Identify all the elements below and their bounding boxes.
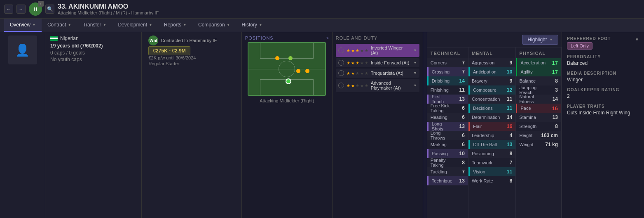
player-subtitle: Attacking Midfielder (Right) / M (R) - H… <box>58 10 159 15</box>
role-row-3[interactable]: i ★★★★★ Trequartista (At) ▼ <box>336 69 419 78</box>
role-name-3: Trequartista (At) <box>371 71 411 76</box>
player-wage: €2K p/w until 30/6/2024 <box>148 55 234 60</box>
logo-expand[interactable]: ↕ <box>38 1 44 7</box>
position-dot-1 <box>275 56 279 60</box>
mental-column: MENTAL Aggression 9 Anticipation 10 Brav… <box>468 47 516 218</box>
flag-icon <box>50 36 58 41</box>
role-stars-4: ★★★★★ <box>347 83 368 88</box>
forward-button[interactable]: → <box>16 5 26 14</box>
stat-decisions: Decisions 11 <box>468 104 516 113</box>
stat-composure: Composure 12 <box>468 85 516 95</box>
back-button[interactable]: ← <box>4 5 13 14</box>
roles-title: ROLE AND DUTY <box>336 36 419 40</box>
avatar: 👤 <box>8 36 37 64</box>
stat-finishing: Finishing 11 <box>427 85 468 95</box>
pitch-diagram <box>248 42 326 96</box>
nationality: Nigerian <box>60 36 79 41</box>
stat-aggression: Aggression 9 <box>468 58 516 67</box>
positions-label[interactable]: POSITIONS <box>245 36 274 40</box>
menu-comparison[interactable]: Comparison ▼ <box>192 19 236 32</box>
team-logo: H ↕ <box>29 2 42 16</box>
stat-bravery: Bravery 9 <box>468 76 516 85</box>
stat-technique: Technique 13 <box>427 176 468 185</box>
role-name-1: Inverted Winger (At) <box>371 45 411 55</box>
stat-off-the-ball: Off The Ball 13 <box>468 140 516 149</box>
player-age: 19 years old (7/6/2002) <box>50 43 136 49</box>
role-row-4[interactable]: i ★★★★★ Advanced Playmaker (At) ▼ <box>336 79 419 92</box>
menu-development[interactable]: Development ▼ <box>112 19 158 32</box>
stat-weight: Weight 71 kg <box>516 140 561 149</box>
position-label: Attacking Midfielder (Right) <box>245 98 329 103</box>
stat-natural-fitness: Natural Fitness 14 <box>516 95 561 104</box>
stat-work-rate: Work Rate 8 <box>468 176 516 185</box>
media-value: Winger <box>567 77 639 83</box>
role-row-2[interactable]: i ★★★★★ Inside Forward (At) ▼ <box>336 58 419 67</box>
stat-flair: Flair 16 <box>468 122 516 131</box>
preferred-foot-section: PREFERRED FOOT ▼ Left Only <box>567 36 639 50</box>
role-info-1[interactable]: i <box>338 47 344 53</box>
role-info-4[interactable]: i <box>338 83 344 88</box>
sidebar-info: PREFERRED FOOT ▼ Left Only PERSONALITY B… <box>562 32 644 218</box>
player-status: Regular Starter <box>148 61 234 66</box>
stat-stamina: Stamina 13 <box>516 113 561 122</box>
highlight-button[interactable]: Highlight ▼ <box>522 35 558 45</box>
contract-club: Contracted to Hammarby IF <box>161 38 217 43</box>
role-expand-2[interactable]: ▼ <box>413 61 417 65</box>
preferred-foot-value: Left Only <box>567 42 592 50</box>
role-expand-1[interactable]: ▼ <box>413 48 417 52</box>
contract-section: Wnt Contracted to Hammarby IF €275K - €2… <box>142 32 241 218</box>
technical-header: TECHNICAL <box>427 49 468 58</box>
player-title: 33. AKINKUNMI AMOO Attacking Midfielder … <box>58 3 159 15</box>
role-stars-2: ★★★★★ <box>347 61 368 65</box>
menu-history[interactable]: History ▼ <box>236 19 268 32</box>
role-expand-4[interactable]: ▼ <box>413 83 417 88</box>
gk-rating-section: GOALKEEPER RATING 2 <box>567 88 639 99</box>
menu-reports[interactable]: Reports ▼ <box>158 19 192 32</box>
preferred-foot-label: PREFERRED FOOT <box>567 36 611 41</box>
stat-crossing: Crossing 7 <box>427 67 468 76</box>
stat-concentration: Concentration 11 <box>468 95 516 104</box>
role-row-1[interactable]: i ★★★★★ Inverted Winger (At) ▼ <box>336 44 419 57</box>
nationality-row: Nigerian <box>50 36 136 41</box>
stat-first-touch: First Touch 13 <box>427 95 468 104</box>
stat-corners: Corners 7 <box>427 58 468 67</box>
stat-heading: Heading 6 <box>427 113 468 122</box>
stat-long-throws: Long Throws 6 <box>427 131 468 140</box>
main-content: 👤 Nigerian 19 years old (7/6/2002) 0 cap… <box>0 32 644 218</box>
stat-determination: Determination 14 <box>468 113 516 122</box>
role-info-2[interactable]: i <box>338 60 344 66</box>
stat-tackling: Tackling 7 <box>427 167 468 176</box>
menu-overview[interactable]: Overview ▼ <box>4 19 42 32</box>
position-dot-active <box>286 78 291 84</box>
menu-bar: Overview ▼ Contract ▼ Transfer ▼ Develop… <box>0 19 644 32</box>
stat-balance: Balance 8 <box>516 76 561 85</box>
position-dot-3 <box>296 69 300 73</box>
stat-teamwork: Teamwork 7 <box>468 158 516 167</box>
gk-rating-label: GOALKEEPER RATING <box>567 88 639 92</box>
pitch-section: POSITIONS > Attacking Midfielder (Right) <box>242 32 333 218</box>
position-dot-4 <box>305 69 309 73</box>
role-expand-3[interactable]: ▼ <box>413 71 417 75</box>
player-caps: 0 caps / 0 goals <box>50 50 136 56</box>
search-icon[interactable]: 🔍 <box>45 5 54 14</box>
player-card: 👤 <box>0 32 45 218</box>
stat-anticipation: Anticipation 10 <box>468 67 516 76</box>
spacer <box>423 32 427 218</box>
stat-dribbling: Dribbling 14 <box>427 76 468 85</box>
media-label: MEDIA DESCRIPTION <box>567 71 639 76</box>
traits-section: PLAYER TRAITS Cuts Inside From Right Win… <box>567 104 639 116</box>
personality-label: PERSONALITY <box>567 54 639 59</box>
top-bar: ← → H ↕ 🔍 33. AKINKUNMI AMOO Attacking M… <box>0 0 644 19</box>
stat-agility: Agility 17 <box>516 67 561 76</box>
technical-column: TECHNICAL Corners 7 Crossing 7 Dribbling… <box>427 47 468 218</box>
stat-leadership: Leadership 4 <box>468 131 516 140</box>
menu-transfer[interactable]: Transfer ▼ <box>77 19 112 32</box>
menu-contract[interactable]: Contract ▼ <box>42 19 77 32</box>
role-info-3[interactable]: i <box>338 70 344 76</box>
foot-expand[interactable]: ▼ <box>635 37 639 42</box>
stat-positioning: Positioning 8 <box>468 149 516 158</box>
wnt-badge: Wnt <box>148 36 158 45</box>
personality-section: PERSONALITY Balanced <box>567 54 639 66</box>
personality-value: Balanced <box>567 60 639 66</box>
traits-label: PLAYER TRAITS <box>567 104 639 109</box>
